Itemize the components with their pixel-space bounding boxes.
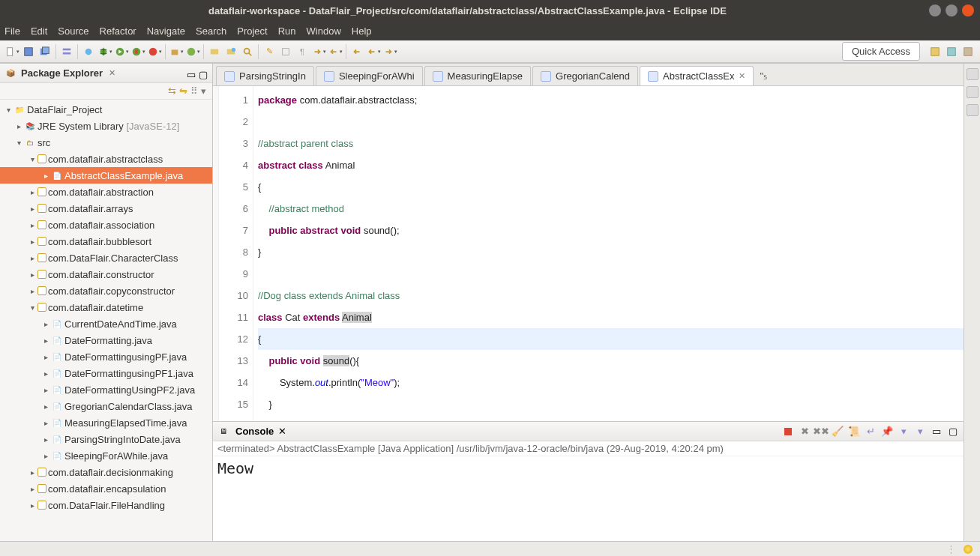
- menu-file[interactable]: File: [4, 25, 20, 37]
- forward-button[interactable]: ▾: [382, 44, 397, 59]
- open-type-button[interactable]: [207, 44, 222, 59]
- console-min-button[interactable]: ▭: [931, 426, 943, 438]
- tree-package[interactable]: ▸com.dataflair.abstraction: [0, 184, 212, 200]
- tree-package[interactable]: ▸com.dataflair.bubblesort: [0, 233, 212, 250]
- tree-file[interactable]: ▸📄DateFormattingusingPF.java: [0, 348, 212, 365]
- debug-perspective-button[interactable]: [961, 44, 976, 59]
- tree-package[interactable]: ▸com.dataflair.encapsulation: [0, 480, 212, 497]
- console-close-icon[interactable]: ✕: [278, 426, 286, 437]
- tree-package[interactable]: ▸com.dataflair.copyconstructor: [0, 282, 212, 299]
- prev-annotation-button[interactable]: ▾: [328, 44, 343, 59]
- toggle-block-button[interactable]: [278, 44, 293, 59]
- tree-package[interactable]: ▾com.dataflair.abstractclass: [0, 151, 212, 167]
- show-whitespace-button[interactable]: ¶: [295, 44, 310, 59]
- tree-package[interactable]: ▸com.dataflair.constructor: [0, 266, 212, 282]
- word-wrap-button[interactable]: ↵: [865, 426, 877, 438]
- tree-file[interactable]: ▸📄DateFormatting.java: [0, 332, 212, 348]
- link-editor-button[interactable]: ⇋: [179, 85, 187, 97]
- close-tab-icon[interactable]: ✕: [739, 71, 745, 81]
- tree-package[interactable]: ▸com.DataFlair.CharacterClass: [0, 250, 212, 266]
- maximize-button[interactable]: [946, 4, 958, 16]
- terminate-button[interactable]: [782, 426, 794, 438]
- debug-button[interactable]: ▾: [97, 44, 112, 59]
- tree-package[interactable]: ▸com.dataflair.decisionmaking: [0, 464, 212, 480]
- pin-console-button[interactable]: 📌: [881, 426, 893, 438]
- tree-file[interactable]: ▸📄MeasuringElapsedTime.java: [0, 414, 212, 431]
- tree-package[interactable]: ▸com.dataflair.association: [0, 217, 212, 233]
- menu-run[interactable]: Run: [278, 25, 296, 37]
- save-button[interactable]: [21, 44, 36, 59]
- menu-project[interactable]: Project: [237, 25, 267, 37]
- run-button[interactable]: ▾: [114, 44, 129, 59]
- new-class-button[interactable]: ▾: [185, 44, 200, 59]
- remove-launch-button[interactable]: ✖: [799, 426, 811, 438]
- coverage-button[interactable]: ▾: [130, 44, 145, 59]
- code-editor[interactable]: 123456789101112131415 package com.datafl…: [213, 86, 964, 421]
- tree-file[interactable]: ▸📄ParsingStringIntoDate.java: [0, 431, 212, 447]
- tab-parsingstringin[interactable]: ParsingStringIn: [216, 66, 314, 85]
- search-button[interactable]: [240, 44, 255, 59]
- tree-file[interactable]: ▸📄DateFormattingusingPF1.java: [0, 365, 212, 381]
- tree-file[interactable]: ▸📄SleepingForAWhile.java: [0, 447, 212, 464]
- menu-search[interactable]: Search: [196, 25, 226, 37]
- open-task-button[interactable]: [223, 44, 238, 59]
- menu-refactor[interactable]: Refactor: [100, 25, 136, 37]
- tree-jre[interactable]: ▸📚JRE System Library [JavaSE-12]: [0, 118, 212, 134]
- external-tools-button[interactable]: ▾: [147, 44, 162, 59]
- declaration-view-button[interactable]: [967, 104, 979, 116]
- console-max-button[interactable]: ▢: [947, 426, 959, 438]
- tree-package[interactable]: ▸com.dataflair.arrays: [0, 200, 212, 217]
- new-package-button[interactable]: ▾: [169, 44, 184, 59]
- maximize-view-button[interactable]: ▢: [199, 69, 208, 78]
- tab-measuringelapse[interactable]: MeasuringElapse: [424, 66, 531, 85]
- menu-navigate[interactable]: Navigate: [147, 25, 185, 37]
- menu-source[interactable]: Source: [58, 25, 88, 37]
- package-tree[interactable]: ▾📁DataFlair_Project ▸📚JRE System Library…: [0, 100, 212, 541]
- package-explorer-close-icon[interactable]: ✕: [109, 68, 115, 78]
- last-edit-button[interactable]: [349, 44, 364, 59]
- tip-icon[interactable]: [964, 545, 973, 554]
- toggle-mark-button[interactable]: ✎: [262, 44, 277, 59]
- workbench: 📦 Package Explorer ✕ ▭ ▢ ⇆ ⇋ ⠿ ▾ ▾📁DataF…: [0, 63, 980, 541]
- tab-gregoriancalend[interactable]: GregorianCalend: [532, 66, 638, 85]
- close-button[interactable]: [962, 4, 974, 16]
- minimize-button[interactable]: [929, 4, 941, 16]
- collapse-all-button[interactable]: ⇆: [168, 85, 176, 97]
- view-menu-button[interactable]: ▾: [201, 85, 206, 97]
- console-output[interactable]: Meow: [213, 456, 964, 541]
- open-console-button[interactable]: ▾: [914, 426, 926, 438]
- minimize-view-button[interactable]: ▭: [187, 69, 196, 78]
- display-console-button[interactable]: ▾: [898, 426, 910, 438]
- new-button[interactable]: ▾: [4, 44, 19, 59]
- menu-edit[interactable]: Edit: [31, 25, 47, 37]
- remove-all-button[interactable]: ✖✖: [815, 426, 827, 438]
- java-perspective-button[interactable]: [944, 44, 959, 59]
- tree-file[interactable]: ▸📄CurrentDateAndTime.java: [0, 315, 212, 332]
- tree-file-selected[interactable]: ▸📄AbstractClassExample.java: [0, 167, 212, 184]
- tree-file[interactable]: ▸📄DateFormattingUsingPF2.java: [0, 381, 212, 398]
- quick-access-input[interactable]: Quick Access: [842, 42, 920, 61]
- tree-package[interactable]: ▸com.DataFlair.FileHandling: [0, 497, 212, 513]
- toggle-breadcrumb-button[interactable]: [59, 44, 74, 59]
- tab-abstractclassex[interactable]: AbstractClassEx✕: [640, 66, 754, 85]
- tab-overflow[interactable]: "₅: [755, 66, 772, 85]
- filter-button[interactable]: ⠿: [190, 85, 198, 97]
- open-perspective-button[interactable]: [928, 44, 943, 59]
- outline-view-button[interactable]: [967, 68, 979, 80]
- scroll-lock-button[interactable]: 📜: [848, 426, 860, 438]
- save-all-button[interactable]: [37, 44, 52, 59]
- back-button[interactable]: ▾: [366, 44, 381, 59]
- menu-window[interactable]: Window: [307, 25, 341, 37]
- clear-console-button[interactable]: 🧹: [832, 426, 844, 438]
- tree-src[interactable]: ▾🗀src: [0, 134, 212, 151]
- tree-package[interactable]: ▾com.dataflair.datetime: [0, 299, 212, 315]
- next-annotation-button[interactable]: ▾: [311, 44, 326, 59]
- tree-file[interactable]: ▸📄GregorianCalendarClass.java: [0, 398, 212, 414]
- menu-help[interactable]: Help: [352, 25, 372, 37]
- code-content[interactable]: package com.dataflair.abstractclass; //a…: [253, 86, 964, 421]
- tree-project[interactable]: ▾📁DataFlair_Project: [0, 101, 212, 118]
- skip-breakpoints-button[interactable]: [81, 44, 96, 59]
- task-list-button[interactable]: [967, 86, 979, 98]
- folding-ruler[interactable]: [213, 86, 219, 421]
- tab-sleepingforawhi[interactable]: SleepingForAWhi: [316, 66, 423, 85]
